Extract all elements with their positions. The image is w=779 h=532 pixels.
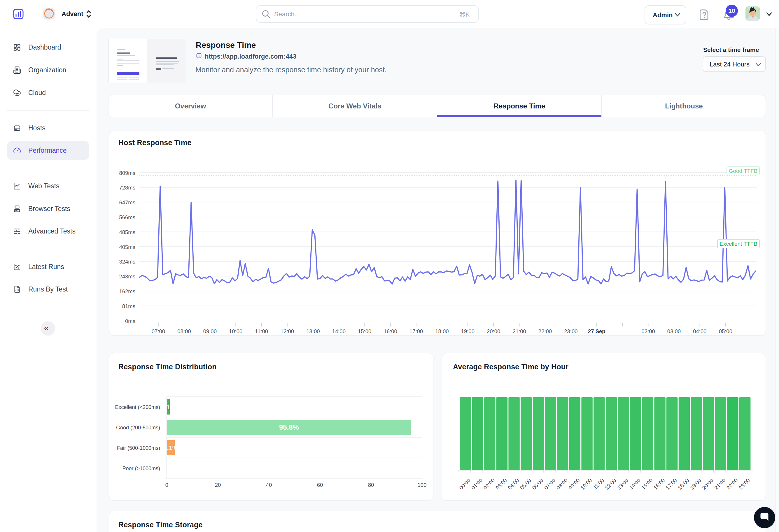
svg-text:Good (200-500ms): Good (200-500ms) bbox=[116, 425, 160, 430]
svg-text:16:00: 16:00 bbox=[652, 477, 666, 491]
svg-text:11:00: 11:00 bbox=[592, 477, 605, 490]
svg-text:10:00: 10:00 bbox=[580, 477, 593, 491]
svg-text:09:00: 09:00 bbox=[567, 477, 581, 491]
svg-text:11:00: 11:00 bbox=[255, 328, 268, 334]
svg-text:18:00: 18:00 bbox=[677, 477, 690, 491]
svg-text:81ms: 81ms bbox=[122, 303, 135, 309]
svg-text:14:00: 14:00 bbox=[628, 477, 642, 491]
svg-text:07:00: 07:00 bbox=[152, 328, 165, 334]
svg-text:20:00: 20:00 bbox=[701, 477, 715, 491]
svg-text:20:00: 20:00 bbox=[487, 328, 500, 334]
svg-text:18:00: 18:00 bbox=[435, 328, 448, 334]
svg-text:Good TTFB: Good TTFB bbox=[729, 168, 758, 174]
svg-text:100: 100 bbox=[418, 482, 427, 488]
svg-text:Poor (>1000ms): Poor (>1000ms) bbox=[122, 466, 160, 471]
svg-text:06:00: 06:00 bbox=[531, 477, 544, 491]
svg-text:23:00: 23:00 bbox=[737, 477, 751, 491]
svg-text:08:00: 08:00 bbox=[177, 328, 191, 334]
svg-text:23:00: 23:00 bbox=[564, 328, 578, 334]
svg-text:01:00: 01:00 bbox=[470, 477, 484, 491]
svg-text:566ms: 566ms bbox=[119, 214, 135, 220]
svg-text:17:00: 17:00 bbox=[665, 477, 678, 491]
svg-text:02:00: 02:00 bbox=[482, 477, 496, 491]
svg-text:80: 80 bbox=[368, 482, 374, 488]
svg-text:485ms: 485ms bbox=[119, 229, 135, 235]
svg-text:09:00: 09:00 bbox=[203, 328, 217, 334]
svg-text:162ms: 162ms bbox=[119, 288, 135, 294]
svg-text:19:00: 19:00 bbox=[461, 328, 475, 334]
svg-text:324ms: 324ms bbox=[119, 259, 135, 265]
svg-text:05:00: 05:00 bbox=[719, 328, 732, 334]
svg-text:40: 40 bbox=[266, 482, 272, 488]
svg-text:05:00: 05:00 bbox=[519, 477, 532, 491]
svg-text:809ms: 809ms bbox=[119, 170, 135, 176]
svg-text:21:00: 21:00 bbox=[713, 477, 727, 491]
svg-text:03:00: 03:00 bbox=[667, 328, 681, 334]
svg-text:15:00: 15:00 bbox=[641, 477, 654, 491]
svg-text:19:00: 19:00 bbox=[689, 477, 702, 491]
svg-text:405ms: 405ms bbox=[119, 244, 135, 250]
svg-text:12:00: 12:00 bbox=[604, 477, 617, 491]
svg-text:20: 20 bbox=[215, 482, 221, 488]
svg-text:21:00: 21:00 bbox=[513, 328, 526, 334]
svg-text:3.1%: 3.1% bbox=[163, 444, 178, 452]
svg-text:22:00: 22:00 bbox=[725, 477, 739, 491]
svg-text:13:00: 13:00 bbox=[616, 477, 630, 491]
svg-text:13:00: 13:00 bbox=[306, 328, 320, 334]
svg-text:02:00: 02:00 bbox=[641, 328, 655, 334]
svg-text:1.1%: 1.1% bbox=[161, 404, 175, 410]
svg-text:22:00: 22:00 bbox=[538, 328, 552, 334]
svg-text:16:00: 16:00 bbox=[383, 328, 397, 334]
svg-text:04:00: 04:00 bbox=[693, 328, 706, 334]
svg-text:17:00: 17:00 bbox=[410, 328, 423, 334]
svg-text:12:00: 12:00 bbox=[281, 328, 294, 334]
svg-text:Fair (500-1000ms): Fair (500-1000ms) bbox=[117, 445, 160, 451]
svg-text:0ms: 0ms bbox=[125, 318, 135, 324]
svg-text:03:00: 03:00 bbox=[495, 477, 508, 491]
svg-text:04:00: 04:00 bbox=[506, 477, 520, 491]
svg-text:15:00: 15:00 bbox=[358, 328, 371, 334]
svg-text:728ms: 728ms bbox=[119, 185, 135, 191]
svg-text:00:00: 00:00 bbox=[458, 477, 472, 491]
svg-text:10:00: 10:00 bbox=[229, 328, 242, 334]
svg-text:08:00: 08:00 bbox=[555, 477, 569, 491]
svg-text:647ms: 647ms bbox=[119, 199, 135, 205]
svg-text:14:00: 14:00 bbox=[332, 328, 346, 334]
svg-text:Excellent TTFB: Excellent TTFB bbox=[720, 241, 758, 247]
svg-text:243ms: 243ms bbox=[119, 273, 135, 279]
svg-text:Excellent (<200ms): Excellent (<200ms) bbox=[115, 404, 160, 410]
svg-text:60: 60 bbox=[317, 482, 323, 488]
svg-text:07:00: 07:00 bbox=[543, 477, 556, 491]
svg-text:0: 0 bbox=[165, 482, 168, 488]
svg-text:27 Sep: 27 Sep bbox=[588, 328, 605, 334]
svg-text:95.8%: 95.8% bbox=[279, 423, 299, 431]
